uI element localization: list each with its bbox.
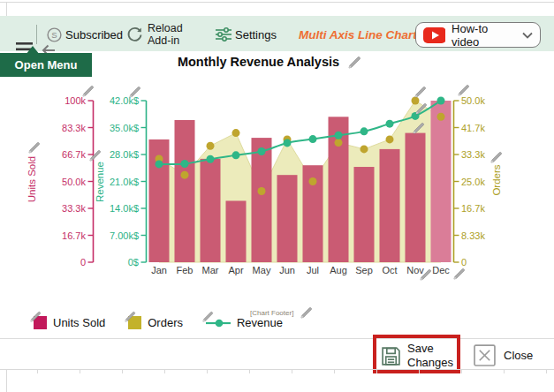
chart-footer-row: [Chart Footer] bbox=[250, 306, 313, 319]
units-sold-axis-title: Units Sold bbox=[27, 156, 37, 202]
legend-label: Orders bbox=[148, 316, 183, 329]
chart-footer-placeholder: [Chart Footer] bbox=[250, 309, 293, 317]
x-label-Aug: Aug bbox=[330, 265, 347, 275]
save-changes-label: Save Changes bbox=[407, 342, 462, 371]
revenue-swatch bbox=[206, 316, 231, 329]
orders-tick-label: 50.0k bbox=[461, 95, 485, 106]
edit-footer-pencil-icon[interactable] bbox=[300, 306, 313, 319]
sheet-column-border bbox=[6, 369, 7, 392]
x-label-May: May bbox=[253, 265, 271, 275]
sheet-column-border bbox=[249, 369, 250, 373]
save-changes-button[interactable]: Save Changes bbox=[381, 342, 462, 371]
sheet-column-border bbox=[461, 369, 462, 373]
revenue-point-Jun bbox=[284, 139, 292, 147]
orders-point-Dec bbox=[437, 113, 445, 121]
edit-pencil-icon[interactable] bbox=[90, 150, 101, 161]
orders-point-Aug bbox=[335, 139, 343, 147]
orders-tick-label: 0 bbox=[461, 257, 467, 268]
edit-series-pencil-icon[interactable] bbox=[30, 311, 42, 322]
x-label-Dec: Dec bbox=[432, 265, 450, 275]
orders-tick-label: 41.7k bbox=[461, 123, 485, 133]
edit-pencil-icon[interactable] bbox=[454, 268, 465, 279]
sheet-column-border bbox=[546, 369, 547, 373]
revenue-axis-title: Revenue bbox=[95, 162, 105, 202]
sheet-column-border bbox=[292, 369, 292, 373]
edit-pencil-icon[interactable] bbox=[83, 86, 94, 96]
orders-point-Apr bbox=[232, 129, 240, 137]
units-sold-swatch bbox=[34, 316, 47, 329]
edit-pencil-icon[interactable] bbox=[29, 142, 40, 153]
revenue-tick-label: 42.0k$ bbox=[110, 95, 139, 106]
edit-pencil-icon[interactable] bbox=[415, 87, 426, 97]
orders-point-Nov bbox=[412, 97, 420, 105]
revenue-point-Feb bbox=[181, 160, 189, 168]
revenue-point-May bbox=[258, 147, 266, 155]
x-label-Oct: Oct bbox=[382, 265, 397, 275]
revenue-tick-label: 7.00k$ bbox=[110, 230, 139, 241]
units-sold-tick-label: 33.3k bbox=[62, 203, 86, 214]
units-sold-tick-label: 16.7k bbox=[62, 230, 86, 241]
sheet-column-border bbox=[164, 369, 165, 373]
units-sold-tick-label: 83.3k bbox=[62, 123, 86, 133]
sheet-column-border bbox=[376, 369, 377, 373]
x-label-Nov: Nov bbox=[406, 265, 424, 275]
sheet-column-border bbox=[207, 369, 208, 373]
revenue-tick-label: 0$ bbox=[128, 257, 139, 268]
revenue-point-Aug bbox=[335, 132, 343, 139]
legend-item-orders[interactable]: Orders bbox=[128, 316, 183, 329]
legend-label: Units Sold bbox=[53, 316, 105, 329]
addin-window: S Subscribed Reload Add-in Settings Mult… bbox=[0, 0, 554, 392]
bottom-divider bbox=[0, 338, 554, 339]
orders-point-Sep bbox=[360, 145, 368, 153]
sheet-column-border bbox=[80, 369, 80, 373]
revenue-point-Jan bbox=[156, 160, 163, 168]
revenue-tick-label: 35.0k$ bbox=[110, 123, 139, 133]
orders-tick-label: 8.33k bbox=[461, 230, 485, 241]
chart-canvas: 100k83.3k66.7k50.0k33.3k16.7k042.0k$35.0… bbox=[0, 0, 554, 392]
bar-Sep bbox=[354, 167, 375, 262]
close-button[interactable]: Close bbox=[474, 344, 533, 366]
sheet-column-border bbox=[37, 369, 38, 373]
legend-item-units-sold[interactable]: Units Sold bbox=[34, 316, 105, 329]
x-label-Apr: Apr bbox=[228, 265, 243, 275]
sheet-column-border bbox=[122, 369, 123, 373]
revenue-tick-label: 14.0k$ bbox=[110, 203, 139, 214]
save-floppy-icon bbox=[381, 346, 401, 366]
orders-axis-title: Orders bbox=[491, 164, 502, 195]
x-label-Feb: Feb bbox=[177, 265, 194, 275]
edit-pencil-icon[interactable] bbox=[459, 85, 469, 95]
revenue-point-Dec bbox=[437, 97, 445, 105]
chart-legend: Units Sold Orders Revenue bbox=[34, 316, 283, 329]
units-sold-tick-label: 66.7k bbox=[62, 149, 86, 160]
edit-pencil-icon[interactable] bbox=[491, 152, 502, 162]
orders-swatch bbox=[128, 316, 141, 329]
x-label-Mar: Mar bbox=[202, 265, 219, 275]
edit-series-pencil-icon[interactable] bbox=[202, 311, 214, 322]
bar-Jun bbox=[277, 175, 298, 262]
bar-Feb bbox=[175, 120, 195, 262]
orders-point-Jul bbox=[309, 177, 317, 185]
units-sold-tick-label: 50.0k bbox=[62, 177, 86, 187]
x-label-Sep: Sep bbox=[355, 265, 373, 275]
sheet-gridline-bottom bbox=[0, 369, 554, 370]
revenue-point-Sep bbox=[360, 127, 368, 135]
close-x-icon bbox=[474, 344, 496, 366]
x-label-Jan: Jan bbox=[151, 265, 167, 275]
units-sold-tick-label: 0 bbox=[80, 257, 86, 268]
revenue-tick-label: 21.0k$ bbox=[110, 177, 139, 187]
bar-Nov bbox=[406, 133, 426, 262]
orders-point-Feb bbox=[181, 171, 189, 179]
orders-tick-label: 25.0k bbox=[461, 177, 485, 187]
x-label-Jul: Jul bbox=[307, 265, 319, 275]
revenue-point-Mar bbox=[207, 155, 215, 163]
bar-Apr bbox=[226, 200, 247, 262]
edit-series-pencil-icon[interactable] bbox=[125, 311, 136, 322]
close-label: Close bbox=[504, 349, 533, 362]
orders-point-May bbox=[258, 187, 266, 195]
revenue-point-Oct bbox=[386, 120, 394, 128]
x-label-Jun: Jun bbox=[279, 265, 295, 275]
revenue-point-Apr bbox=[232, 151, 240, 159]
sheet-column-border bbox=[334, 369, 335, 373]
bar-Oct bbox=[380, 149, 400, 262]
revenue-point-Jul bbox=[309, 135, 317, 143]
